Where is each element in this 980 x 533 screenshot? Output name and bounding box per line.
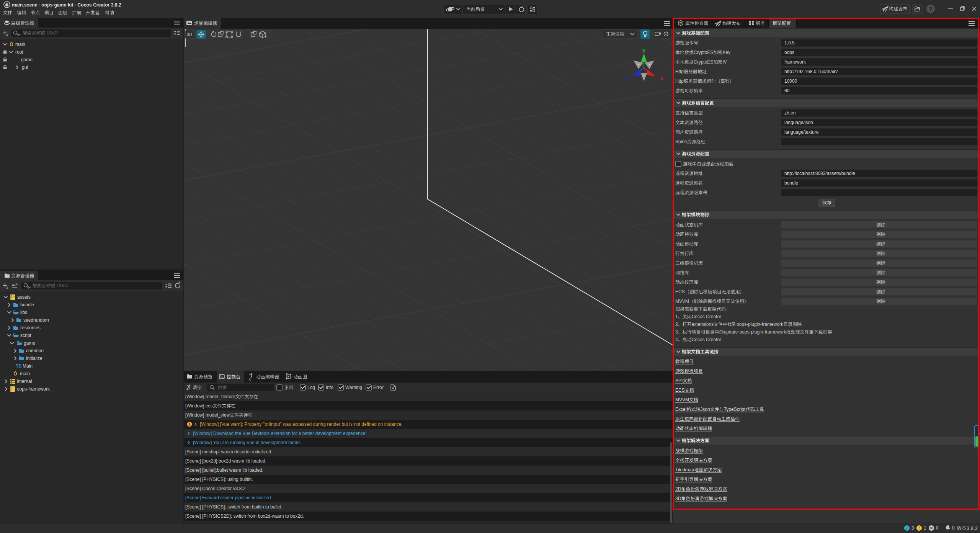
svg-text:Http: Http [675,69,684,74]
svg-text:UUID: UUID [45,30,58,36]
svg-text:[Scene] Cocos Creator v3.8.2: [Scene] Cocos Creator v3.8.2 [185,486,246,491]
svg-text:gui: gui [22,65,28,70]
svg-text:3: 3 [911,525,914,531]
svg-text:Y: Y [642,48,646,54]
svg-text:main.scene - oops-game-kit - C: main.scene - oops-game-kit - Cocos Creat… [12,2,121,8]
svg-text:UUID: UUID [55,283,68,288]
svg-text:3: 3 [675,329,678,335]
svg-text:[Window] model_view: [Window] model_view [185,412,230,418]
svg-text:MVVM: MVVM [675,299,689,304]
svg-text:ECS: ECS [675,289,685,294]
svg-text:TS: TS [16,363,21,369]
svg-text:Cocos Creator: Cocos Creator [692,314,721,319]
svg-text:libs: libs [20,310,27,315]
svg-text:Json: Json [700,407,710,412]
svg-text:[Window] ecs: [Window] ecs [185,403,212,409]
svg-text:extensions: extensions [692,322,714,327]
svg-text:2D: 2D [675,486,681,492]
svg-text:Cocos Creator: Cocos Creator [692,337,721,342]
svg-text:root: root [15,49,23,55]
svg-text:X: X [660,76,663,82]
svg-text:bundle: bundle [784,180,798,186]
svg-text:language/json: language/json [784,120,813,125]
svg-text:3D: 3D [675,496,681,501]
svg-text:language/texture: language/texture [784,129,819,135]
svg-text:common: common [26,348,44,353]
svg-text:Key: Key [722,50,730,55]
svg-text:4: 4 [675,337,678,342]
svg-text:Http: Http [675,78,684,84]
svg-text:http://192.168.0.150/main/: http://192.168.0.150/main/ [784,69,838,74]
svg-text:oops-framework: oops-framework [17,386,50,392]
svg-text:ECS: ECS [675,387,685,393]
svg-text:[Scene] Forward render pipelin: [Scene] Forward render pipeline initiali… [185,495,272,500]
svg-text:Main: Main [23,363,33,369]
svg-text:script: script [20,333,31,338]
svg-text:[Scene] [bullet]:bullet wasm l: [Scene] [bullet]:bullet wasm lib loaded. [185,468,263,473]
svg-text:CryptoES: CryptoES [694,59,713,65]
svg-text:TypeScript: TypeScript [724,407,746,412]
svg-text:oops: oops [784,50,794,55]
svg-text:main: main [20,371,30,376]
svg-text:oops-plugin-framework: oops-plugin-framework [737,322,784,327]
svg-text:i: i [906,526,908,530]
svg-text:[Scene] [PHYSICS2D]: switch fr: [Scene] [PHYSICS2D]: switch from box2d-w… [185,513,304,519]
svg-text:internal: internal [17,379,32,384]
svg-text:game: game [24,340,35,346]
svg-text:resources: resources [20,325,41,330]
svg-text:Excel: Excel [675,407,686,412]
svg-text:Tiledmap: Tiledmap [675,467,694,473]
svg-text:MVVM: MVVM [675,397,689,402]
svg-text:1: 1 [924,525,926,531]
svg-text:[Scene] [PHYSICS]: switch from: [Scene] [PHYSICS]: switch from builtin t… [185,504,283,510]
svg-text:1: 1 [675,314,678,319]
svg-text:http://localhost:8083/assets/b: http://localhost:8083/assets/bundle [784,171,855,176]
svg-text:[Window] render_texture: [Window] render_texture [185,394,235,399]
svg-text:!: ! [189,422,190,427]
svg-text:[Window] [Vue warn]: Property: [Window] [Vue warn]: Property "onInput" … [200,422,403,427]
svg-text:[Scene] [PHYSICS]: using built: [Scene] [PHYSICS]: using builtin. [185,477,253,482]
svg-text:0: 0 [952,525,955,531]
svg-text:framework: framework [784,59,806,65]
svg-text:3D: 3D [187,32,192,37]
svg-text:3.8.2: 3.8.2 [967,525,978,531]
svg-text:10000: 10000 [784,78,797,84]
svg-text:CryptoES: CryptoES [694,50,713,55]
svg-text:Log: Log [307,385,315,390]
svg-text:Z: Z [625,76,628,82]
svg-text:?: ? [929,6,933,12]
svg-text:assets: assets [17,294,31,300]
svg-text:[Scene] [box2d]:box2d wasm lib: [Scene] [box2d]:box2d wasm lib loaded. [185,458,266,464]
svg-text:[Scene] meshopt wasm decoder i: [Scene] meshopt wasm decoder initialized [185,449,271,455]
svg-text:IV: IV [722,59,727,65]
svg-text:update-oops-plugin-framework: update-oops-plugin-framework [724,329,787,335]
svg-text:[Window] You are running Vue i: [Window] You are running Vue in developm… [193,440,301,445]
svg-text:Info: Info [326,385,333,390]
svg-text:zh,en: zh,en [784,110,795,116]
svg-text:game: game [21,57,33,62]
svg-text:2: 2 [675,322,678,327]
svg-text:main: main [15,42,25,47]
svg-text:!: ! [918,526,920,530]
svg-text:API: API [675,378,683,383]
svg-text:Warning: Warning [345,385,362,390]
svg-text:[Window] Download the Vue Devt: [Window] Download the Vue Devtools exten… [193,431,367,436]
svg-text:initialize: initialize [26,356,42,361]
svg-text:1.0.5: 1.0.5 [784,40,795,46]
svg-text:60: 60 [784,88,790,93]
svg-text:0: 0 [936,525,939,531]
svg-text:Spine: Spine [675,139,687,144]
svg-text:seedrandom: seedrandom [23,317,49,323]
svg-text:bundle: bundle [20,302,34,307]
svg-text:Error: Error [373,385,384,390]
